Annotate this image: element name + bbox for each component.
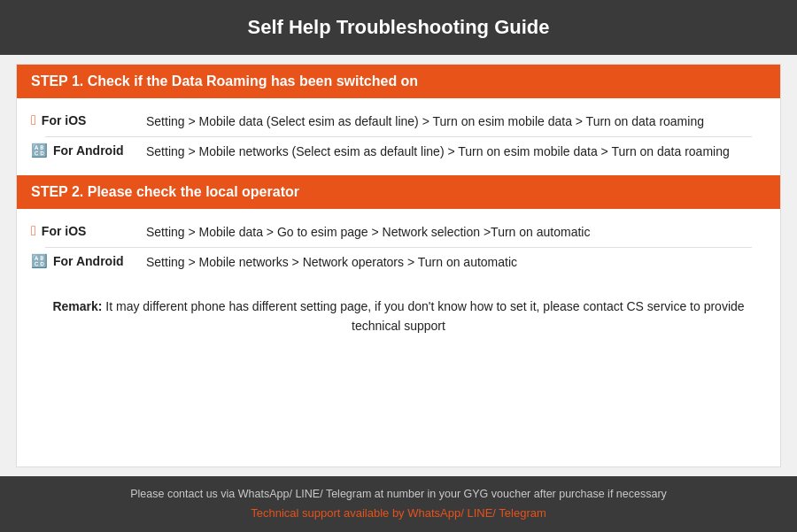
step1-header: STEP 1. Check if the Data Roaming has be… bbox=[17, 65, 780, 98]
android-icon-2: 🔠 bbox=[31, 253, 48, 269]
step1-android-label: 🔠 For Android bbox=[31, 143, 146, 158]
step1-content:  For iOS Setting > Mobile data (Select … bbox=[17, 98, 780, 175]
step2-ios-row:  For iOS Setting > Mobile data > Go to … bbox=[31, 218, 766, 247]
apple-icon-2:  bbox=[31, 223, 36, 239]
main-card: STEP 1. Check if the Data Roaming has be… bbox=[16, 64, 781, 467]
step2-header: STEP 2. Please check the local operator bbox=[17, 175, 780, 209]
step2-android-row: 🔠 For Android Setting > Mobile networks … bbox=[31, 248, 766, 277]
step1-ios-row:  For iOS Setting > Mobile data (Select … bbox=[31, 107, 766, 136]
step2-android-text: Setting > Mobile networks > Network oper… bbox=[146, 253, 766, 272]
remark-label: Remark: bbox=[52, 299, 102, 313]
apple-icon:  bbox=[31, 112, 36, 128]
step1-heading: STEP 1. Check if the Data Roaming has be… bbox=[31, 73, 418, 89]
footer-contact-text: Please contact us via WhatsApp/ LINE/ Te… bbox=[18, 485, 779, 504]
footer-support-text: Technical support available by WhatsApp/… bbox=[18, 504, 779, 523]
step2-android-label: 🔠 For Android bbox=[31, 253, 146, 269]
page-title: Self Help Troubleshooting Guide bbox=[247, 16, 549, 38]
step1-android-text: Setting > Mobile networks (Select esim a… bbox=[146, 143, 766, 161]
remark-text: It may different phone has different set… bbox=[105, 299, 744, 333]
page-header: Self Help Troubleshooting Guide bbox=[0, 0, 797, 55]
android-icon: 🔠 bbox=[31, 143, 48, 158]
step1-ios-text: Setting > Mobile data (Select esim as de… bbox=[146, 112, 766, 131]
remark-section: Remark: It may different phone has diffe… bbox=[17, 286, 780, 347]
step2-heading: STEP 2. Please check the local operator bbox=[31, 184, 299, 199]
step1-android-row: 🔠 For Android Setting > Mobile networks … bbox=[31, 137, 766, 166]
footer: Please contact us via WhatsApp/ LINE/ Te… bbox=[0, 476, 797, 532]
step2-content:  For iOS Setting > Mobile data > Go to … bbox=[17, 209, 780, 286]
step1-ios-label:  For iOS bbox=[31, 112, 146, 128]
step2-ios-text: Setting > Mobile data > Go to esim page … bbox=[146, 223, 766, 242]
step2-ios-label:  For iOS bbox=[31, 223, 146, 239]
